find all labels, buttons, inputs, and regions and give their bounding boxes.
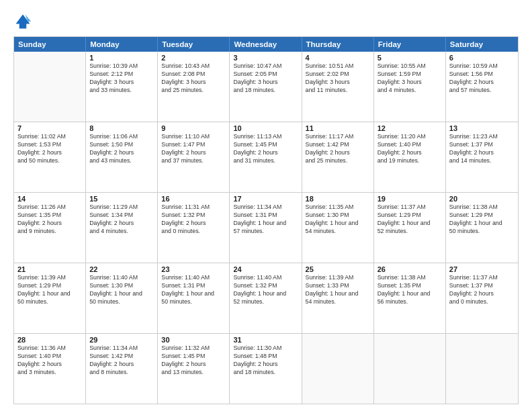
day-number: 13: [449, 124, 515, 132]
day-number: 22: [89, 265, 154, 273]
calendar-body: 1Sunrise: 10:39 AM Sunset: 2:12 PM Dayli…: [14, 52, 518, 404]
calendar-header: SundayMondayTuesdayWednesdayThursdayFrid…: [14, 37, 518, 52]
calendar-day-cell: [374, 334, 446, 404]
calendar-week-row: 28Sunrise: 11:36 AM Sunset: 1:40 PM Dayl…: [14, 333, 518, 404]
day-number: 28: [17, 336, 82, 344]
day-info: Sunrise: 11:35 AM Sunset: 1:30 PM Daylig…: [306, 203, 370, 236]
calendar-day-cell: 5Sunrise: 10:55 AM Sunset: 1:59 PM Dayli…: [374, 52, 446, 122]
calendar-week-row: 7Sunrise: 11:02 AM Sunset: 1:53 PM Dayli…: [14, 122, 518, 192]
calendar-day-cell: 18Sunrise: 11:35 AM Sunset: 1:30 PM Dayl…: [302, 193, 374, 263]
day-info: Sunrise: 11:23 AM Sunset: 1:37 PM Daylig…: [449, 133, 515, 165]
calendar-day-cell: 22Sunrise: 11:40 AM Sunset: 1:30 PM Dayl…: [86, 263, 158, 333]
day-number: 11: [306, 124, 370, 132]
calendar-day-cell: 7Sunrise: 11:02 AM Sunset: 1:53 PM Dayli…: [14, 122, 86, 192]
day-number: 9: [161, 124, 226, 132]
day-info: Sunrise: 11:30 AM Sunset: 1:48 PM Daylig…: [233, 345, 298, 377]
calendar-day-cell: 26Sunrise: 11:38 AM Sunset: 1:35 PM Dayl…: [374, 263, 446, 333]
calendar-day-cell: 12Sunrise: 11:20 AM Sunset: 1:40 PM Dayl…: [374, 122, 446, 192]
day-info: Sunrise: 10:55 AM Sunset: 1:59 PM Daylig…: [378, 62, 442, 95]
calendar-day-cell: 11Sunrise: 11:17 AM Sunset: 1:42 PM Dayl…: [302, 122, 374, 192]
day-info: Sunrise: 11:17 AM Sunset: 1:42 PM Daylig…: [306, 133, 370, 165]
calendar-day-cell: 10Sunrise: 11:13 AM Sunset: 1:45 PM Dayl…: [230, 122, 302, 192]
header: [13, 12, 519, 31]
day-info: Sunrise: 11:29 AM Sunset: 1:34 PM Daylig…: [89, 203, 154, 236]
day-info: Sunrise: 11:34 AM Sunset: 1:31 PM Daylig…: [233, 203, 298, 236]
day-number: 24: [233, 265, 298, 273]
calendar-day-cell: 9Sunrise: 11:10 AM Sunset: 1:47 PM Dayli…: [158, 122, 230, 192]
day-number: 10: [233, 124, 298, 132]
day-info: Sunrise: 10:59 AM Sunset: 1:56 PM Daylig…: [449, 62, 515, 95]
day-info: Sunrise: 11:39 AM Sunset: 1:33 PM Daylig…: [306, 274, 370, 306]
day-number: 14: [17, 195, 82, 203]
calendar-day-cell: [302, 334, 374, 404]
calendar-day-cell: 1Sunrise: 10:39 AM Sunset: 2:12 PM Dayli…: [86, 52, 158, 122]
day-number: 8: [89, 124, 154, 132]
day-info: Sunrise: 10:39 AM Sunset: 2:12 PM Daylig…: [89, 62, 154, 95]
day-info: Sunrise: 11:40 AM Sunset: 1:31 PM Daylig…: [161, 274, 226, 306]
day-number: 5: [378, 54, 442, 62]
day-info: Sunrise: 11:37 AM Sunset: 1:37 PM Daylig…: [449, 274, 515, 306]
day-info: Sunrise: 11:38 AM Sunset: 1:29 PM Daylig…: [449, 203, 515, 236]
calendar-day-cell: 25Sunrise: 11:39 AM Sunset: 1:33 PM Dayl…: [302, 263, 374, 333]
day-info: Sunrise: 11:38 AM Sunset: 1:35 PM Daylig…: [378, 274, 442, 306]
calendar-day-cell: 15Sunrise: 11:29 AM Sunset: 1:34 PM Dayl…: [86, 193, 158, 263]
day-info: Sunrise: 11:40 AM Sunset: 1:30 PM Daylig…: [89, 274, 154, 306]
calendar-week-row: 14Sunrise: 11:26 AM Sunset: 1:35 PM Dayl…: [14, 192, 518, 263]
calendar-day-cell: 3Sunrise: 10:47 AM Sunset: 2:05 PM Dayli…: [230, 52, 302, 122]
day-info: Sunrise: 11:37 AM Sunset: 1:29 PM Daylig…: [378, 203, 442, 236]
day-number: 7: [17, 124, 82, 132]
page: SundayMondayTuesdayWednesdayThursdayFrid…: [0, 0, 532, 411]
calendar-day-cell: 13Sunrise: 11:23 AM Sunset: 1:37 PM Dayl…: [446, 122, 518, 192]
logo-icon: [13, 12, 32, 31]
day-number: 16: [161, 195, 226, 203]
calendar-day-cell: 14Sunrise: 11:26 AM Sunset: 1:35 PM Dayl…: [14, 193, 86, 263]
calendar-header-day: Thursday: [302, 37, 374, 52]
day-number: 6: [449, 54, 515, 62]
calendar-day-cell: 2Sunrise: 10:43 AM Sunset: 2:08 PM Dayli…: [158, 52, 230, 122]
calendar-day-cell: 31Sunrise: 11:30 AM Sunset: 1:48 PM Dayl…: [230, 334, 302, 404]
calendar-day-cell: 8Sunrise: 11:06 AM Sunset: 1:50 PM Dayli…: [86, 122, 158, 192]
calendar-day-cell: 23Sunrise: 11:40 AM Sunset: 1:31 PM Dayl…: [158, 263, 230, 333]
calendar-header-day: Monday: [86, 37, 158, 52]
day-number: 17: [233, 195, 298, 203]
calendar-week-row: 21Sunrise: 11:39 AM Sunset: 1:29 PM Dayl…: [14, 263, 518, 333]
day-number: 31: [233, 336, 298, 344]
calendar-day-cell: [446, 334, 518, 404]
calendar-day-cell: [14, 52, 86, 122]
day-number: 1: [89, 54, 154, 62]
day-number: 15: [89, 195, 154, 203]
calendar-header-day: Sunday: [14, 37, 86, 52]
day-info: Sunrise: 11:02 AM Sunset: 1:53 PM Daylig…: [17, 133, 82, 165]
day-number: 23: [161, 265, 226, 273]
calendar-header-day: Friday: [374, 37, 446, 52]
day-number: 29: [89, 336, 154, 344]
calendar-header-day: Saturday: [446, 37, 518, 52]
day-number: 20: [449, 195, 515, 203]
day-number: 4: [306, 54, 370, 62]
day-info: Sunrise: 11:32 AM Sunset: 1:45 PM Daylig…: [161, 345, 226, 377]
day-number: 3: [233, 54, 298, 62]
calendar-day-cell: 19Sunrise: 11:37 AM Sunset: 1:29 PM Dayl…: [374, 193, 446, 263]
day-number: 25: [306, 265, 370, 273]
day-number: 26: [378, 265, 442, 273]
calendar-day-cell: 17Sunrise: 11:34 AM Sunset: 1:31 PM Dayl…: [230, 193, 302, 263]
calendar-day-cell: 21Sunrise: 11:39 AM Sunset: 1:29 PM Dayl…: [14, 263, 86, 333]
day-info: Sunrise: 11:34 AM Sunset: 1:42 PM Daylig…: [89, 345, 154, 377]
calendar-day-cell: 29Sunrise: 11:34 AM Sunset: 1:42 PM Dayl…: [86, 334, 158, 404]
calendar-day-cell: 6Sunrise: 10:59 AM Sunset: 1:56 PM Dayli…: [446, 52, 518, 122]
day-info: Sunrise: 11:20 AM Sunset: 1:40 PM Daylig…: [378, 133, 442, 165]
calendar-header-day: Wednesday: [230, 37, 302, 52]
day-info: Sunrise: 11:10 AM Sunset: 1:47 PM Daylig…: [161, 133, 226, 165]
day-info: Sunrise: 11:39 AM Sunset: 1:29 PM Daylig…: [17, 274, 82, 306]
day-number: 30: [161, 336, 226, 344]
day-info: Sunrise: 11:31 AM Sunset: 1:32 PM Daylig…: [161, 203, 226, 236]
day-number: 21: [17, 265, 82, 273]
day-info: Sunrise: 11:13 AM Sunset: 1:45 PM Daylig…: [233, 133, 298, 165]
calendar-day-cell: 4Sunrise: 10:51 AM Sunset: 2:02 PM Dayli…: [302, 52, 374, 122]
day-info: Sunrise: 10:47 AM Sunset: 2:05 PM Daylig…: [233, 62, 298, 95]
day-number: 19: [378, 195, 442, 203]
calendar-day-cell: 16Sunrise: 11:31 AM Sunset: 1:32 PM Dayl…: [158, 193, 230, 263]
calendar-day-cell: 27Sunrise: 11:37 AM Sunset: 1:37 PM Dayl…: [446, 263, 518, 333]
day-info: Sunrise: 11:06 AM Sunset: 1:50 PM Daylig…: [89, 133, 154, 165]
day-info: Sunrise: 10:43 AM Sunset: 2:08 PM Daylig…: [161, 62, 226, 95]
